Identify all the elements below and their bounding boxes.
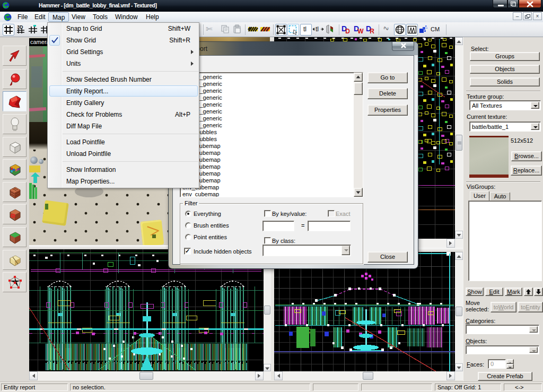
svg-text:3D: 3D (17, 24, 23, 30)
svg-text:tl: tl (316, 25, 319, 33)
